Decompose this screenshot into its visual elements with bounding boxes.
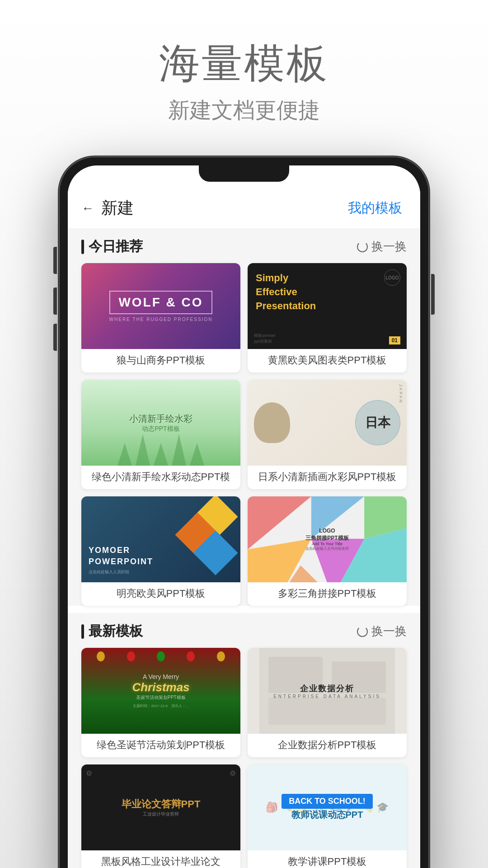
latest-title-bar-accent xyxy=(81,624,84,639)
section-title-latest: 最新模板 xyxy=(89,622,143,641)
template-card-thesis[interactable]: ⚙ ⚙ 毕业论文答辩PPT 工业设计毕业答辩 黑板风格工业设计毕业论文 xyxy=(81,764,240,868)
phone-mockup: ← 新建 我的模板 今日推荐 换一换 xyxy=(59,156,429,868)
template-thumb-watercolor: 小清新手绘水彩 动态PPT模板 xyxy=(81,380,240,466)
phone-frame: ← 新建 我的模板 今日推荐 换一换 xyxy=(59,156,429,868)
template-label-bizdata: 企业数据分析PPT模板 xyxy=(248,734,407,757)
back-button[interactable]: ← xyxy=(81,201,94,216)
template-thumb-teacher: 🎒 ✏️ 📐 🔬 📚 🖊️ 📏 🎓 xyxy=(248,764,407,850)
template-card-christmas[interactable]: A Very Merry Christmas 圣诞节活动策划PPT模板 主题时间… xyxy=(81,648,240,757)
latest-section: 最新模板 换一换 xyxy=(68,613,420,868)
refresh-icon xyxy=(357,241,368,252)
page-header: 海量模板 新建文档更便捷 xyxy=(159,0,329,125)
template-label-yomoer: 明亮欧美风PPT模板 xyxy=(81,582,240,606)
latest-refresh-icon xyxy=(357,626,368,637)
latest-template-grid: A Very Merry Christmas 圣诞节活动策划PPT模板 主题时间… xyxy=(81,648,407,868)
template-card-triangle[interactable]: LOGO三角拼接PPT模板 Add To Your Title 点击此处输入文件… xyxy=(248,496,407,606)
template-thumb-japan: 日本 JAPAN xyxy=(248,380,407,466)
template-thumb-wolf: WOLF & CO WHERE THE RUGGED PROFESSION xyxy=(81,263,240,349)
page-title: 海量模板 xyxy=(159,36,329,91)
today-refresh-button[interactable]: 换一换 xyxy=(357,239,407,255)
template-card-japan[interactable]: 日本 JAPAN 日系小清新插画水彩风PPT模板 xyxy=(248,380,407,489)
latest-refresh-button[interactable]: 换一换 xyxy=(357,623,407,639)
template-label-teacher: 教学讲课PPT模板 xyxy=(248,850,407,868)
template-thumb-yomoer: YOMOERPOWERPOINT 点击此处输入人员职组 xyxy=(81,496,240,582)
template-label-japan: 日系小清新插画水彩风PPT模板 xyxy=(248,466,407,489)
template-label-triangle: 多彩三角拼接PPT模板 xyxy=(248,582,407,606)
template-card-yomoer[interactable]: YOMOERPOWERPOINT 点击此处输入人员职组 明亮欧美风PPT模板 xyxy=(81,496,240,606)
today-template-grid: WOLF & CO WHERE THE RUGGED PROFESSION 狼与… xyxy=(81,263,407,606)
today-section: 今日推荐 换一换 WOLF & CO WHERE xyxy=(68,228,420,606)
app-content: ← 新建 我的模板 今日推荐 换一换 xyxy=(68,165,420,868)
template-card-effective[interactable]: SimplyEffectivePresentation LOGO 模板yomoe… xyxy=(248,263,407,373)
svg-rect-10 xyxy=(268,698,386,725)
top-bar: ← 新建 我的模板 xyxy=(68,188,420,228)
template-card-teacher[interactable]: 🎒 ✏️ 📐 🔬 📚 🖊️ 📏 🎓 xyxy=(248,764,407,868)
screen-title: 新建 xyxy=(101,197,134,219)
page-subtitle: 新建文档更便捷 xyxy=(159,96,329,125)
section-header-latest: 最新模板 换一换 xyxy=(81,613,407,648)
template-card-wolf[interactable]: WOLF & CO WHERE THE RUGGED PROFESSION 狼与… xyxy=(81,263,240,373)
template-label-watercolor: 绿色小清新手绘水彩动态PPT模 xyxy=(81,466,240,489)
template-thumb-triangle: LOGO三角拼接PPT模板 Add To Your Title 点击此处输入文件… xyxy=(248,496,407,582)
template-thumb-christmas: A Very Merry Christmas 圣诞节活动策划PPT模板 主题时间… xyxy=(81,648,240,734)
template-label-thesis: 黑板风格工业设计毕业论文 xyxy=(81,850,240,868)
my-templates-button[interactable]: 我的模板 xyxy=(348,199,402,217)
phone-screen: ← 新建 我的模板 今日推荐 换一换 xyxy=(68,165,420,868)
template-card-watercolor[interactable]: 小清新手绘水彩 动态PPT模板 绿色小清新手绘水彩动 xyxy=(81,380,240,489)
template-card-bizdata[interactable]: 企业数据分析 ENTERPRISE DATA ANALYSIS 企业数据分析PP… xyxy=(248,648,407,757)
phone-notch xyxy=(199,165,289,182)
template-label-christmas: 绿色圣诞节活动策划PPT模板 xyxy=(81,734,240,757)
wolf-title-text: WOLF & CO xyxy=(109,291,212,314)
template-label-effective: 黄黑欧美风图表类PPT模板 xyxy=(248,349,407,373)
template-thumb-bizdata: 企业数据分析 ENTERPRISE DATA ANALYSIS xyxy=(248,648,407,734)
section-header-today: 今日推荐 换一换 xyxy=(81,228,407,263)
template-thumb-effective: SimplyEffectivePresentation LOGO 模板yomoe… xyxy=(248,263,407,349)
template-thumb-thesis: ⚙ ⚙ 毕业论文答辩PPT 工业设计毕业答辩 xyxy=(81,764,240,850)
section-title-today: 今日推荐 xyxy=(89,237,143,256)
title-bar-accent xyxy=(81,240,84,254)
template-label-wolf: 狼与山商务PPT模板 xyxy=(81,349,240,373)
